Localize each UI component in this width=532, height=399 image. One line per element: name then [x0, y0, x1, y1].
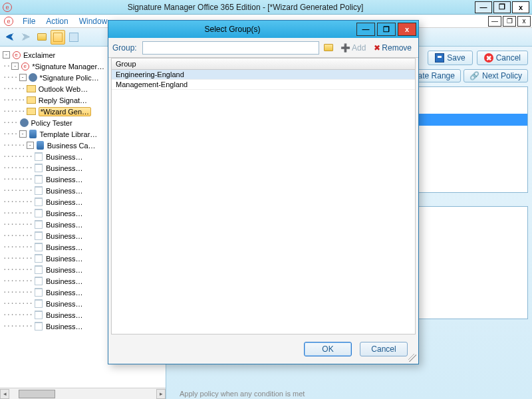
document-icon [35, 322, 43, 331]
menu-file[interactable]: File [17, 15, 41, 27]
dialog-minimize-button[interactable]: — [356, 23, 375, 36]
group-column-header[interactable]: Group [112, 59, 415, 70]
document-icon [35, 152, 43, 161]
mdi-logo-icon: e [4, 17, 13, 26]
select-groups-dialog: Select Group(s) — ❐ x Group: ➕Add ✖Remov… [108, 20, 419, 364]
exclaimer-icon: e [21, 63, 29, 70]
outer-window-title: Signature Manager Office 365 Edition - [… [16, 3, 475, 12]
tree-node-business-item[interactable]: Business… [46, 198, 83, 206]
tree-node-business-item[interactable]: Business… [46, 176, 83, 184]
expander-icon[interactable]: - [19, 74, 27, 81]
scroll-left-button[interactable]: ◂ [0, 389, 9, 399]
nav-back-button[interactable]: ⮜ [3, 30, 17, 45]
document-icon [35, 277, 43, 285]
document-icon [35, 288, 43, 297]
tree-node-business-item[interactable]: Business… [46, 311, 83, 319]
group-grid[interactable]: Group Engineering-England Management-Eng… [111, 58, 416, 334]
tree-node-business-item[interactable]: Business… [46, 266, 83, 274]
browse-group-button[interactable] [322, 41, 335, 55]
remove-group-button[interactable]: ✖Remove [371, 43, 414, 53]
outer-close-button[interactable]: x [512, 1, 529, 13]
tree-node-business-ca[interactable]: Business Ca… [47, 142, 96, 150]
link-icon: 🔗 [469, 71, 479, 80]
dialog-close-button[interactable]: x [398, 23, 416, 36]
tree-node-business-item[interactable]: Business… [46, 187, 83, 195]
tree-node-business-item[interactable]: Business… [46, 243, 83, 251]
document-icon [35, 231, 43, 240]
tree-node-policy-tester[interactable]: Policy Tester [31, 119, 72, 127]
save-label: Save [447, 53, 465, 63]
tree-node-business-item[interactable]: Business… [46, 300, 83, 308]
expander-icon[interactable]: - [11, 63, 19, 70]
dialog-footer: OK Cancel [108, 334, 418, 364]
document-icon [35, 265, 43, 274]
dialog-title: Select Group(s) [108, 25, 356, 34]
resize-grip[interactable] [408, 354, 416, 362]
add-group-button[interactable]: ➕Add [338, 43, 368, 53]
tree-node-business-item[interactable]: Business… [46, 277, 83, 285]
outer-minimize-button[interactable]: — [475, 1, 492, 13]
policy-item-icon [27, 96, 36, 104]
cancel-label: Cancel [496, 53, 521, 63]
plus-icon: ➕ [340, 43, 350, 53]
tree-horizontal-scrollbar[interactable]: ◂ ▸ [0, 388, 166, 399]
tree-node-business-item[interactable]: Business… [46, 323, 83, 331]
menu-action[interactable]: Action [41, 15, 73, 27]
outer-window-titlebar: e Signature Manager Office 365 Edition -… [0, 0, 532, 15]
document-icon [35, 220, 43, 229]
outer-maximize-button[interactable]: ❐ [493, 1, 511, 13]
document-icon [35, 164, 43, 172]
tree-node-template-lib[interactable]: Template Librar… [40, 130, 98, 138]
apply-policy-caption: Apply policy when any condition is met [180, 390, 305, 398]
tree-node-business-item[interactable]: Business… [46, 221, 83, 229]
address-book-icon [324, 44, 333, 51]
tree-node-business-item[interactable]: Business… [46, 232, 83, 240]
ok-button[interactable]: OK [304, 342, 352, 356]
group-row[interactable]: Management-England [112, 80, 415, 90]
dialog-maximize-button[interactable]: ❐ [377, 23, 396, 36]
mdi-maximize-button[interactable]: ❐ [503, 16, 516, 27]
view-list-button[interactable] [51, 30, 65, 45]
tree-node-sig-mgr[interactable]: *Signature Manager… [32, 63, 104, 70]
tree-node-wizard[interactable]: *Wizard Gen… [39, 107, 91, 116]
tree-node-reply[interactable]: Reply Signat… [39, 96, 87, 104]
mdi-close-button[interactable]: x [517, 16, 531, 27]
folder-up-icon [37, 33, 47, 41]
document-icon [35, 254, 43, 263]
expander-icon[interactable]: - [3, 51, 10, 59]
save-button[interactable]: Save [428, 51, 472, 65]
tree-node-sig-policies[interactable]: *Signature Polic… [40, 74, 99, 82]
group-row[interactable]: Engineering-England [112, 70, 415, 80]
policy-item-icon [27, 85, 36, 92]
nav-up-button[interactable] [35, 30, 49, 45]
scroll-thumb[interactable] [19, 390, 55, 398]
dialog-titlebar[interactable]: Select Group(s) — ❐ x [108, 21, 418, 38]
nav-forward-button[interactable]: ⮞ [19, 30, 33, 45]
dialog-cancel-button[interactable]: Cancel [360, 342, 408, 356]
mdi-minimize-button[interactable]: — [488, 16, 501, 27]
document-icon [35, 186, 43, 195]
scroll-right-button[interactable]: ▸ [156, 389, 166, 399]
expander-icon[interactable]: - [27, 142, 34, 149]
tab-next-policy[interactable]: 🔗Next Policy [464, 69, 528, 82]
detail-icon [69, 33, 78, 42]
tree-node-business-item[interactable]: Business… [46, 164, 83, 172]
tree-node-owa[interactable]: Outlook Web… [39, 85, 88, 93]
dialog-toolbar: Group: ➕Add ✖Remove [108, 38, 418, 58]
tree-node-exclaimer[interactable]: Exclaimer [23, 51, 55, 59]
view-detail-button[interactable] [66, 30, 81, 45]
tree-node-business-item[interactable]: Business… [46, 255, 83, 263]
menu-window[interactable]: Window [74, 15, 113, 27]
document-icon [35, 243, 43, 251]
document-icon [35, 209, 43, 217]
document-icon [35, 175, 43, 184]
document-icon [35, 198, 43, 206]
tree-node-business-item[interactable]: Business… [46, 209, 83, 217]
tree-node-business-item[interactable]: Business… [46, 289, 83, 297]
tester-icon [20, 118, 29, 127]
tree-node-business-item[interactable]: Business… [46, 153, 83, 161]
cancel-button[interactable]: ✖Cancel [477, 51, 528, 65]
group-search-input[interactable] [142, 41, 319, 55]
policy-icon [29, 73, 37, 82]
expander-icon[interactable]: - [19, 130, 27, 138]
